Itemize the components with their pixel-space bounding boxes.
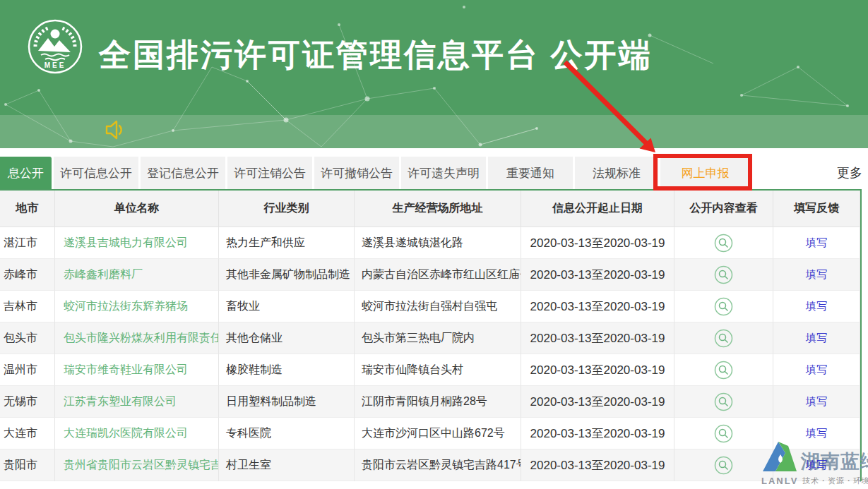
magnifier-icon[interactable]: [714, 265, 733, 284]
feedback-link[interactable]: 填写: [806, 236, 827, 250]
svg-text:MEE: MEE: [44, 61, 66, 69]
magnifier-icon[interactable]: [714, 329, 733, 348]
table-row: 吉林市 蛟河市拉法街东辉养猪场 畜牧业 蛟河市拉法街自强村自强屯 2020-03…: [0, 291, 860, 322]
col-header-view: 公开内容查看: [674, 191, 773, 227]
cell-industry: 日用塑料制品制造: [219, 386, 355, 418]
cell-industry: 畜牧业: [219, 291, 355, 322]
cell-industry: 村卫生室: [219, 449, 355, 481]
magnifier-icon[interactable]: [714, 361, 733, 380]
cell-city: 温州市: [0, 354, 55, 386]
cell-period: 2020-03-13至2020-03-19: [521, 449, 674, 481]
company-link[interactable]: 贵州省贵阳市云岩区黔灵镇宅吉村...: [55, 449, 219, 481]
cell-period: 2020-03-13至2020-03-19: [521, 291, 674, 322]
feedback-link[interactable]: 填写: [806, 459, 827, 472]
tab-registration-disclosure[interactable]: 登记信息公开: [141, 157, 225, 189]
cell-city: 无锡市: [0, 386, 55, 418]
cell-city: 大连市: [0, 418, 55, 449]
feedback-link[interactable]: 填写: [806, 363, 827, 377]
magnifier-icon[interactable]: [714, 297, 733, 316]
cell-address: 内蒙古自治区赤峰市红山区红庙子...: [355, 259, 521, 291]
company-link[interactable]: 蛟河市拉法街东辉养猪场: [55, 291, 219, 322]
cell-address: 瑞安市仙降镇台头村: [355, 354, 521, 386]
cell-period: 2020-03-13至2020-03-19: [521, 322, 674, 354]
page-title: 全国排污许可证管理信息平台 公开端: [99, 34, 805, 76]
cell-industry: 橡胶鞋制造: [219, 354, 355, 386]
company-link[interactable]: 大连瑞凯尔医院有限公司: [55, 418, 219, 449]
col-header-address: 生产经营场所地址: [355, 191, 521, 227]
table-row: 包头市 包头市隆兴粉煤灰利用有限责任公... 其他仓储业 包头市第三热电厂院内 …: [0, 322, 860, 354]
feedback-link[interactable]: 填写: [806, 300, 827, 313]
feedback-link[interactable]: 填写: [806, 427, 827, 440]
cell-period: 2020-03-13至2020-03-19: [521, 354, 674, 386]
feedback-link[interactable]: 填写: [806, 268, 827, 282]
cell-period: 2020-03-13至2020-03-19: [521, 227, 674, 259]
tab-permit-cancellation[interactable]: 许可注销公告: [227, 157, 312, 189]
table-row: 无锡市 江苏青东塑业有限公司 日用塑料制品制造 江阴市青阳镇月桐路28号 202…: [0, 386, 860, 418]
tab-permit-info-disclosure[interactable]: 许可信息公开: [54, 157, 138, 189]
tab-important-notice[interactable]: 重要通知: [488, 157, 573, 189]
cell-period: 2020-03-13至2020-03-19: [521, 259, 674, 291]
table-row: 温州市 瑞安市维奇鞋业有限公司 橡胶鞋制造 瑞安市仙降镇台头村 2020-03-…: [0, 354, 860, 386]
cell-address: 江阴市青阳镇月桐路28号: [355, 386, 521, 418]
col-header-city: 地市: [0, 191, 55, 227]
cell-address: 蛟河市拉法街自强村自强屯: [355, 291, 521, 322]
lanlv-brand-text: LANLV: [761, 476, 798, 486]
company-link[interactable]: 遂溪县吉城电力有限公司: [55, 227, 219, 259]
cell-period: 2020-03-13至2020-03-19: [521, 386, 674, 418]
table-row: 湛江市 遂溪县吉城电力有限公司 热力生产和供应 遂溪县遂城镇湛化路 2020-0…: [0, 227, 860, 259]
announcement-speaker-icon[interactable]: [105, 119, 127, 140]
company-link[interactable]: 江苏青东塑业有限公司: [55, 386, 219, 418]
tab-permit-revocation[interactable]: 许可撤销公告: [314, 157, 399, 189]
cell-period: 2020-03-13至2020-03-19: [521, 418, 674, 449]
magnifier-icon[interactable]: [714, 392, 733, 411]
cell-city: 包头市: [0, 322, 55, 354]
company-link[interactable]: 瑞安市维奇鞋业有限公司: [55, 354, 219, 386]
table-row: 大连市 大连瑞凯尔医院有限公司 专科医院 大连市沙河口区中山路672号 2020…: [0, 418, 860, 449]
cell-industry: 热力生产和供应: [219, 227, 355, 259]
col-header-industry: 行业类别: [219, 191, 355, 227]
cell-address: 包头市第三热电厂院内: [355, 322, 521, 354]
cell-address: 贵阳市云岩区黔灵镇宅吉路417号...: [355, 449, 521, 481]
disclosure-table: 地市 单位名称 行业类别 生产经营场所地址 信息公开起止日期 公开内容查看 填写…: [0, 189, 862, 481]
cell-city: 吉林市: [0, 291, 55, 322]
tab-online-declaration[interactable]: 网上申报: [660, 157, 750, 189]
table-row: 赤峰市 赤峰鑫利磨料厂 其他非金属矿物制品制造 内蒙古自治区赤峰市红山区红庙子.…: [0, 259, 860, 291]
company-link[interactable]: 赤峰鑫利磨料厂: [55, 259, 219, 291]
cell-industry: 其他非金属矿物制品制造: [219, 259, 355, 291]
table-header-row: 地市 单位名称 行业类别 生产经营场所地址 信息公开起止日期 公开内容查看 填写…: [0, 191, 860, 227]
tab-permit-loss-statement[interactable]: 许可遗失声明: [401, 157, 486, 189]
col-header-feedback: 填写反馈: [773, 191, 860, 227]
tab-laws-standards[interactable]: 法规标准: [575, 157, 658, 189]
header-sub-band: [0, 115, 868, 148]
feedback-link[interactable]: 填写: [806, 395, 827, 409]
magnifier-icon[interactable]: [714, 234, 733, 253]
cell-address: 遂溪县遂城镇湛化路: [355, 227, 521, 259]
lanlv-tagline: 技术・资源・环境: [802, 476, 868, 486]
col-header-period: 信息公开起止日期: [521, 191, 674, 227]
feedback-link[interactable]: 填写: [806, 332, 827, 345]
mee-ministry-logo-icon: MEE: [27, 18, 83, 75]
cell-address: 大连市沙河口区中山路672号: [355, 418, 521, 449]
table-row: 贵阳市 贵州省贵阳市云岩区黔灵镇宅吉村... 村卫生室 贵阳市云岩区黔灵镇宅吉路…: [0, 449, 860, 481]
magnifier-icon[interactable]: [714, 424, 733, 443]
cell-city: 湛江市: [0, 227, 55, 259]
tab-info-disclosure[interactable]: 息公开: [0, 157, 52, 189]
lanlv-logo-icon: [760, 436, 799, 476]
cell-industry: 专科医院: [219, 418, 355, 449]
magnifier-icon[interactable]: [714, 456, 733, 475]
cell-city: 贵阳市: [0, 449, 55, 481]
cell-industry: 其他仓储业: [219, 322, 355, 354]
main-navigation: 息公开 许可信息公开 登记信息公开 许可注销公告 许可撤销公告 许可遗失声明 重…: [0, 157, 868, 189]
col-header-company: 单位名称: [55, 191, 219, 227]
cell-city: 赤峰市: [0, 259, 55, 291]
company-link[interactable]: 包头市隆兴粉煤灰利用有限责任公...: [55, 322, 219, 354]
more-link[interactable]: 更多: [837, 164, 868, 181]
